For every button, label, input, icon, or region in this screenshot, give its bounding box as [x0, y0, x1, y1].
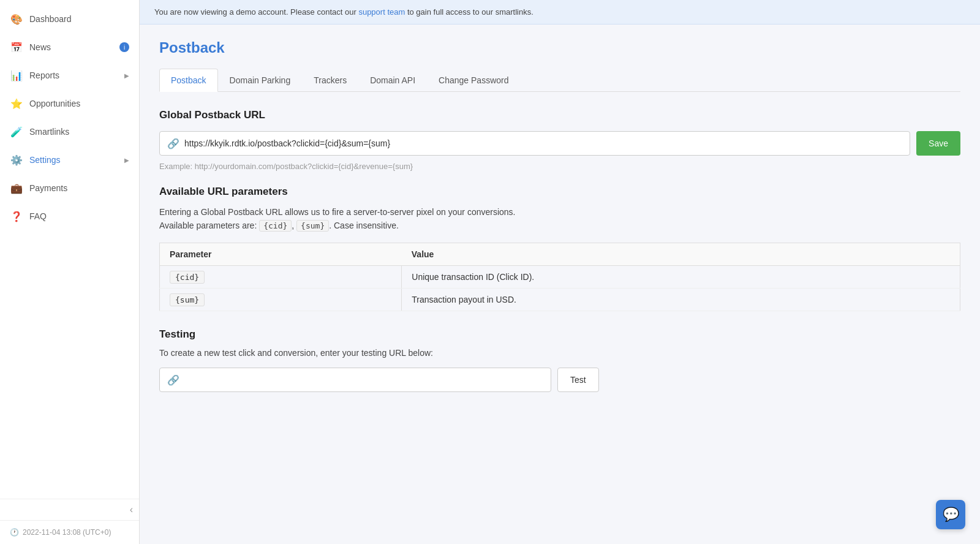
reports-arrow-icon: ▶	[124, 72, 129, 79]
settings-icon: ⚙️	[10, 153, 23, 167]
params-desc-after: . Case insensitive.	[329, 221, 399, 230]
banner-text-before: You are now viewing a demo account. Plea…	[154, 7, 358, 17]
sidebar-item-label: News	[29, 42, 117, 52]
test-input-row: 🔗 Test	[159, 368, 960, 392]
content-area: Postback Postback Domain Parking Tracker…	[140, 25, 980, 544]
testing-description: To create a new test click and conversio…	[159, 348, 960, 358]
sidebar-item-news[interactable]: 📅 News i	[0, 33, 139, 61]
sidebar-item-label: Reports	[29, 70, 124, 80]
collapse-sidebar-button[interactable]: ‹	[130, 504, 133, 515]
sidebar-item-label: Dashboard	[29, 14, 129, 24]
params-table: Parameter Value {cid} Unique transaction…	[159, 243, 960, 311]
test-link-icon: 🔗	[167, 374, 179, 386]
tab-domain-parking[interactable]: Domain Parking	[218, 69, 303, 92]
available-params-title: Available URL parameters	[159, 186, 960, 198]
sidebar-collapse: ‹	[0, 499, 139, 520]
sidebar-item-faq[interactable]: ❓ FAQ	[0, 202, 139, 230]
tab-change-password[interactable]: Change Password	[427, 69, 520, 92]
global-postback-input-row: 🔗 Save	[159, 131, 960, 156]
news-icon: 📅	[10, 40, 23, 54]
save-button[interactable]: Save	[916, 131, 960, 156]
table-cell-value-sum: Transaction payout in USD.	[402, 289, 960, 311]
table-cell-value-cid: Unique transaction ID (Click ID).	[402, 266, 960, 289]
support-team-link[interactable]: support team	[358, 7, 405, 17]
global-postback-input[interactable]	[184, 138, 902, 148]
test-url-input[interactable]	[184, 375, 543, 385]
params-desc-params-before: Available parameters are:	[159, 221, 259, 230]
sidebar-item-reports[interactable]: 📊 Reports ▶	[0, 61, 139, 89]
tab-domain-api[interactable]: Domain API	[358, 69, 427, 92]
opportunities-icon: ⭐	[10, 97, 23, 110]
global-postback-title: Global Postback URL	[159, 109, 960, 121]
settings-arrow-icon: ▶	[124, 157, 129, 164]
params-description: Entering a Global Postback URL allows us…	[159, 205, 960, 233]
table-row: {cid} Unique transaction ID (Click ID).	[160, 266, 960, 289]
testing-title: Testing	[159, 328, 960, 341]
faq-icon: ❓	[10, 210, 23, 223]
example-text: Example: http://yourdomain.com/postback?…	[159, 162, 960, 171]
table-header-value: Value	[402, 243, 960, 266]
sidebar-item-label: Payments	[29, 183, 129, 193]
sum-code: {sum}	[170, 293, 205, 306]
global-postback-input-wrapper: 🔗	[159, 131, 910, 156]
banner-text-after: to gain full access to our smartlinks.	[405, 7, 533, 17]
link-icon: 🔗	[167, 138, 179, 149]
sidebar-item-label: Opportunities	[29, 99, 129, 108]
dashboard-icon: 🎨	[10, 12, 23, 26]
reports-icon: 📊	[10, 69, 23, 82]
footer-time: 2022-11-04 13:08 (UTC+0)	[23, 528, 111, 537]
smartlinks-icon: 🧪	[10, 125, 23, 138]
tabs-bar: Postback Domain Parking Trackers Domain …	[159, 69, 960, 92]
test-button[interactable]: Test	[557, 368, 599, 392]
tab-postback[interactable]: Postback	[159, 69, 218, 92]
cid-code: {cid}	[170, 271, 205, 284]
sidebar-item-smartlinks[interactable]: 🧪 Smartlinks	[0, 118, 139, 146]
demo-banner: You are now viewing a demo account. Plea…	[140, 0, 980, 25]
table-header-parameter: Parameter	[160, 243, 402, 266]
payments-icon: 💼	[10, 181, 23, 195]
params-desc-before: Entering a Global Postback URL allows us…	[159, 207, 516, 217]
main-content: You are now viewing a demo account. Plea…	[140, 0, 980, 544]
chat-button[interactable]: 💬	[936, 500, 965, 529]
sidebar-item-settings[interactable]: ⚙️ Settings ▶	[0, 146, 139, 174]
sidebar-item-label: Settings	[29, 155, 124, 165]
chat-icon: 💬	[943, 507, 959, 523]
table-cell-param-cid: {cid}	[160, 266, 402, 289]
table-row: {sum} Transaction payout in USD.	[160, 289, 960, 311]
sidebar-item-payments[interactable]: 💼 Payments	[0, 174, 139, 202]
news-badge: i	[119, 42, 129, 52]
sidebar-item-dashboard[interactable]: 🎨 Dashboard	[0, 5, 139, 33]
clock-icon: 🕐	[10, 528, 19, 537]
sidebar-item-label: FAQ	[29, 211, 129, 221]
sidebar: 🎨 Dashboard 📅 News i 📊 Reports ▶ ⭐ Oppor…	[0, 0, 140, 544]
sidebar-item-label: Smartlinks	[29, 127, 129, 137]
table-cell-param-sum: {sum}	[160, 289, 402, 311]
param-cid-inline: {cid}	[259, 220, 292, 232]
test-url-input-wrapper: 🔗	[159, 368, 551, 392]
sidebar-nav: 🎨 Dashboard 📅 News i 📊 Reports ▶ ⭐ Oppor…	[0, 0, 139, 499]
sidebar-footer: 🕐 2022-11-04 13:08 (UTC+0)	[0, 520, 139, 544]
sidebar-item-opportunities[interactable]: ⭐ Opportunities	[0, 89, 139, 118]
param-sum-inline: {sum}	[296, 220, 329, 232]
tab-trackers[interactable]: Trackers	[302, 69, 358, 92]
page-title: Postback	[159, 39, 960, 56]
